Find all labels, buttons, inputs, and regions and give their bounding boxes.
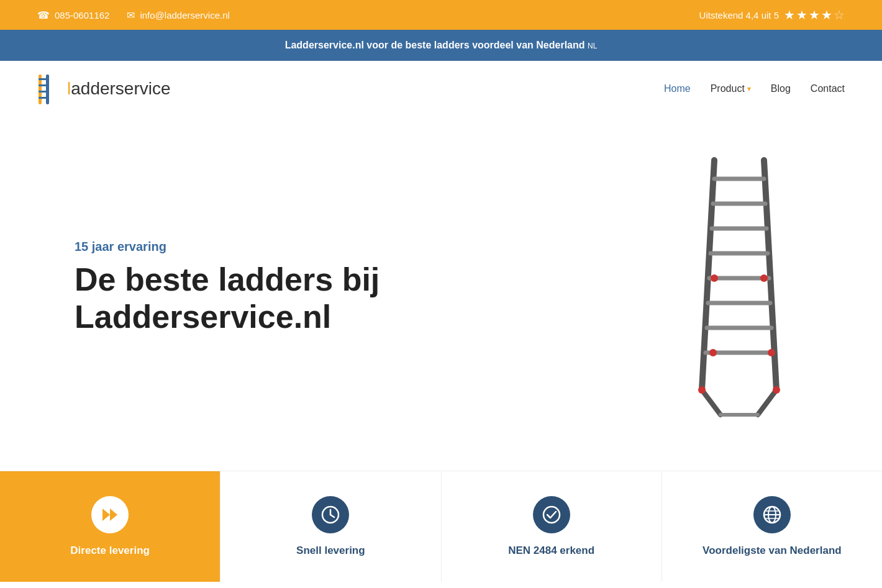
nav-links: Home Product ▾ Blog Contact [664,83,845,94]
feature-nen-erkend[interactable]: NEN 2484 erkend [442,471,662,582]
banner-text: Ladderservice.nl voor de beste ladders v… [285,40,585,50]
clock-icon [321,505,340,525]
svg-line-16 [702,390,721,415]
fast-forward-icon [100,505,120,525]
feature-snell-levering[interactable]: Snell levering [220,471,441,582]
nav-link-home[interactable]: Home [664,83,691,94]
svg-line-29 [330,515,334,517]
hero-section: 15 jaar ervaring De beste ladders bij La… [0,117,882,458]
nav-link-product[interactable]: Product [711,83,745,94]
ladder-illustration [671,154,807,421]
svg-point-21 [709,349,717,356]
directe-levering-label: Directe levering [70,545,150,557]
nen-erkend-icon [533,496,570,533]
voordeligste-icon [753,496,791,533]
voordeligste-label: Voordeligste van Nederland [702,545,842,557]
hero-title: De beste ladders bij Ladderservice.nl [75,261,385,336]
feature-directe-levering[interactable]: Directe levering [0,471,220,582]
svg-rect-2 [39,78,49,80]
hero-image [671,154,807,421]
hero-content: 15 jaar ervaring De beste ladders bij La… [75,240,385,336]
banner-lang: NL [588,42,597,50]
phone-number: 085-0601162 [55,10,109,20]
phone-icon: ☎ [37,9,50,21]
logo-link[interactable]: ladderservice [37,72,171,106]
rating-text: Uitstekend 4,4 uit 5 [699,10,779,20]
feature-voordeligste[interactable]: Voordeligste van Nederland [662,471,882,582]
email-icon: ✉ [127,9,135,21]
star-2: ★ [796,7,807,22]
snell-levering-icon [312,496,349,533]
nav-item-blog[interactable]: Blog [771,83,791,94]
snell-levering-label: Snell levering [296,545,365,557]
nav-link-contact[interactable]: Contact [811,83,845,94]
svg-rect-3 [39,84,49,86]
product-dropdown-arrow: ▾ [747,84,751,93]
logo-icon [37,72,63,106]
main-nav: ladderservice Home Product ▾ Blog Contac… [0,61,882,117]
star-half: ☆ [834,7,845,22]
star-rating: ★ ★ ★ ★ ☆ [784,7,845,22]
svg-marker-26 [110,509,117,521]
svg-point-22 [768,349,775,356]
top-bar: ☎ 085-0601162 ✉ info@ladderservice.nl Ui… [0,0,882,30]
promo-banner: Ladderservice.nl voor de beste ladders v… [0,30,882,61]
star-1: ★ [784,7,795,22]
svg-point-20 [760,274,768,282]
email-address: info@ladderservice.nl [140,10,229,20]
svg-point-19 [711,274,718,282]
phone-contact[interactable]: ☎ 085-0601162 [37,9,109,21]
nen-erkend-label: NEN 2484 erkend [508,545,594,557]
nav-link-blog[interactable]: Blog [771,83,791,94]
checkmark-icon [542,505,561,525]
logo-svg [37,72,63,106]
nav-product-wrapper[interactable]: Product ▾ [711,83,751,94]
star-4: ★ [821,7,832,22]
svg-rect-4 [39,91,49,93]
globe-icon [762,505,782,525]
nav-item-contact[interactable]: Contact [811,83,845,94]
rating-block: Uitstekend 4,4 uit 5 ★ ★ ★ ★ ☆ [699,7,845,22]
nav-item-home[interactable]: Home [664,83,691,94]
nav-item-product[interactable]: Product ▾ [711,83,751,94]
star-3: ★ [809,7,820,22]
logo-text: ladderservice [67,79,171,99]
hero-subtitle: 15 jaar ervaring [75,240,385,254]
top-bar-left: ☎ 085-0601162 ✉ info@ladderservice.nl [37,9,230,21]
svg-point-30 [543,507,560,523]
features-section: Directe levering Snell levering NEN 2484… [0,471,882,582]
svg-marker-25 [102,509,110,521]
svg-point-24 [773,386,780,394]
email-contact[interactable]: ✉ info@ladderservice.nl [127,9,229,21]
svg-line-17 [758,390,776,415]
svg-point-23 [698,386,706,394]
directe-levering-icon [91,496,129,533]
svg-rect-5 [39,97,49,99]
